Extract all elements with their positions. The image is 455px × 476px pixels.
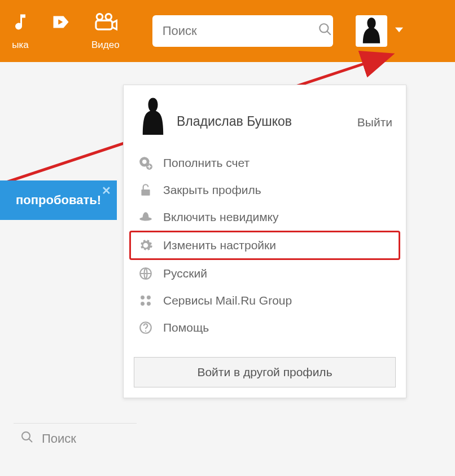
svg-point-10 <box>139 217 152 221</box>
menu-item-label: Русский <box>163 267 207 280</box>
menu-item-services[interactable]: Сервисы Mail.Ru Group <box>129 287 400 314</box>
svg-point-0 <box>97 14 103 20</box>
menu-item-label: Изменить настройки <box>163 239 276 252</box>
svg-point-13 <box>147 296 151 299</box>
header-search[interactable] <box>152 15 333 47</box>
menu-item-label: Включить невидимку <box>163 210 279 224</box>
help-icon <box>137 319 154 336</box>
music-icon <box>10 12 30 35</box>
avatar-silhouette-icon <box>139 96 167 137</box>
svg-point-14 <box>141 302 145 306</box>
menu-item-label: Сервисы Mail.Ru Group <box>163 294 292 307</box>
menu-item-topup[interactable]: Пополнить счет <box>129 149 400 177</box>
top-header: ыка Видео <box>0 0 455 62</box>
dropdown-list: Пополнить счет Закрыть профиль Включить … <box>124 142 406 345</box>
try-banner[interactable]: попробовать! ✕ <box>0 180 117 220</box>
svg-point-17 <box>145 330 146 332</box>
menu-item-close-profile[interactable]: Закрыть профиль <box>129 177 400 204</box>
nav-play[interactable] <box>41 12 81 51</box>
nav-music-label: ыка <box>12 39 28 51</box>
menu-item-help[interactable]: Помощь <box>129 314 400 341</box>
menu-item-settings[interactable]: Изменить настройки <box>129 231 400 260</box>
svg-point-3 <box>320 24 328 32</box>
svg-line-4 <box>327 31 331 35</box>
dropdown-avatar[interactable] <box>137 96 169 137</box>
profile-dropdown: Владислав Бушков Выйти Пополнить счет За… <box>123 85 406 398</box>
banner-close-icon[interactable]: ✕ <box>102 184 111 197</box>
logout-link[interactable]: Выйти <box>357 116 392 129</box>
coin-plus-icon <box>137 155 154 171</box>
svg-point-12 <box>141 296 145 299</box>
menu-item-label: Пополнить счет <box>163 156 250 170</box>
gear-icon <box>137 237 154 254</box>
login-other-profile-button[interactable]: Войти в другой профиль <box>134 357 396 387</box>
avatar-silhouette-icon <box>359 15 384 47</box>
svg-rect-2 <box>96 20 112 29</box>
svg-point-15 <box>147 302 151 306</box>
banner-text: попробовать! <box>16 193 101 208</box>
video-camera-icon <box>94 12 117 35</box>
lock-open-icon <box>137 182 154 199</box>
dropdown-user-name[interactable]: Владислав Бушков <box>177 114 357 129</box>
header-avatar[interactable] <box>356 15 387 47</box>
bottom-search[interactable]: Поиск <box>14 423 137 454</box>
dropdown-header: Владислав Бушков Выйти <box>124 85 406 142</box>
hat-icon <box>137 209 154 226</box>
nav-video-label: Видео <box>91 39 120 51</box>
caret-down-icon <box>395 26 403 36</box>
search-icon <box>20 430 42 447</box>
search-icon[interactable] <box>318 22 333 40</box>
menu-item-label: Закрыть профиль <box>163 183 261 197</box>
search-input[interactable] <box>163 24 318 38</box>
svg-point-1 <box>106 14 112 20</box>
nav-music[interactable]: ыка <box>0 12 41 51</box>
svg-point-7 <box>142 160 147 164</box>
svg-rect-9 <box>141 189 150 196</box>
svg-point-18 <box>22 432 30 440</box>
menu-item-invisible[interactable]: Включить невидимку <box>129 204 400 231</box>
menu-item-language[interactable]: Русский <box>129 260 400 287</box>
apps-grid-icon <box>137 292 154 309</box>
globe-icon <box>137 265 154 282</box>
menu-item-label: Помощь <box>163 321 209 334</box>
bottom-search-label: Поиск <box>42 431 76 446</box>
nav-video[interactable]: Видео <box>81 12 130 51</box>
svg-line-19 <box>29 439 32 442</box>
play-tag-icon <box>51 12 71 35</box>
avatar-caret[interactable] <box>395 26 403 36</box>
